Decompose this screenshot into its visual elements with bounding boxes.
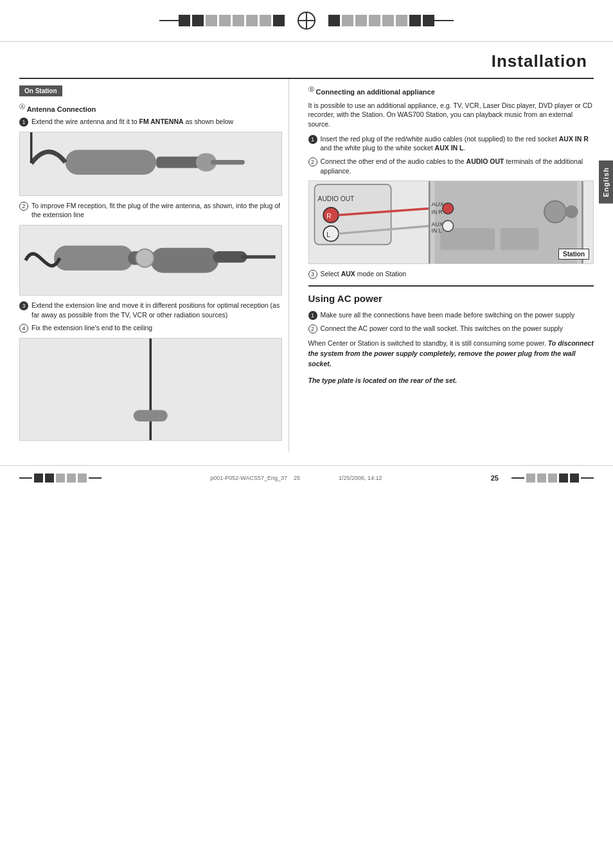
item-number-1: 1: [19, 118, 28, 127]
svg-text:IN L: IN L: [431, 227, 441, 234]
antenna-image: [19, 132, 282, 196]
subsection-a-label: Ⓐ Antenna Connection: [19, 103, 282, 113]
ac-item-text-1: Make sure all the connections have been …: [321, 310, 594, 320]
bar-sq: [409, 15, 421, 26]
page-title: Installation: [19, 42, 594, 78]
item-number-3: 3: [19, 301, 28, 310]
ac-type-plate: The type plate is located on the rear of…: [308, 376, 594, 385]
item-text-2: To improve FM reception, fit the plug of…: [31, 201, 282, 220]
svg-rect-1: [156, 157, 202, 168]
svg-rect-15: [134, 410, 168, 421]
bar-sq: [570, 474, 579, 483]
bar-sq: [206, 15, 217, 26]
bar-sq: [192, 15, 204, 26]
bar-sq: [396, 15, 407, 26]
svg-rect-0: [66, 150, 156, 175]
ceiling-svg: [20, 338, 281, 441]
left-item-2: 2 To improve FM reception, fit the plug …: [19, 201, 282, 220]
item-text-b1: Insert the red plug of the red/white aud…: [321, 134, 594, 153]
ac-item-2: 2 Connect the AC power cord to the wall …: [308, 324, 594, 333]
section-header: On Station: [19, 85, 62, 96]
footer-left-text: p001-P052-WACS57_Eng_37 25 1/25/2006, 14…: [210, 475, 382, 481]
item-text-b3: Select AUX mode on Station: [321, 269, 594, 279]
svg-text:AUX: AUX: [431, 221, 443, 227]
svg-text:IN R: IN R: [431, 209, 442, 215]
ac-power-section: Using AC power 1 Make sure all the conne…: [308, 285, 594, 385]
ac-item-number-1: 1: [308, 311, 317, 320]
item-number-2: 2: [19, 202, 28, 211]
ac-standby-note: When Center or Station is switched to st…: [308, 339, 594, 369]
bar-sq: [67, 474, 76, 483]
item-text-b2: Connect the other end of the audio cable…: [321, 157, 594, 175]
bar-sq: [78, 474, 87, 483]
bottom-bar-right: [511, 474, 594, 483]
bar-sq: [34, 474, 43, 483]
bar-sq: [56, 474, 65, 483]
bar-line-right: [434, 20, 454, 21]
bar-sq: [559, 474, 568, 483]
item-number-b1: 1: [308, 135, 317, 144]
svg-text:L: L: [326, 231, 330, 238]
bar-sq: [548, 474, 557, 483]
bar-sq: [328, 15, 340, 26]
svg-point-34: [442, 203, 453, 214]
bar-line: [581, 477, 594, 479]
bar-sq: [246, 15, 258, 26]
bar-line-left: [159, 20, 179, 21]
subsection-b-intro: It is possible to use an additional appl…: [308, 101, 594, 129]
ceiling-image: [19, 338, 282, 441]
svg-point-37: [442, 220, 453, 231]
svg-rect-6: [54, 245, 134, 270]
bar-sq: [537, 474, 546, 483]
svg-point-30: [544, 200, 565, 222]
svg-point-11: [136, 249, 154, 267]
antenna-svg: [20, 132, 281, 196]
svg-rect-3: [211, 160, 245, 164]
bar-sq: [423, 15, 434, 26]
bar-sq: [369, 15, 380, 26]
svg-text:R: R: [326, 213, 331, 220]
bar-squares: [526, 474, 579, 483]
right-item-b3: 3 Select AUX mode on Station: [308, 269, 594, 279]
item-number-b3: 3: [308, 270, 317, 279]
bar-sq: [233, 15, 244, 26]
bar-line: [511, 477, 524, 479]
page-number: 25: [491, 474, 511, 482]
bar-sq: [382, 15, 394, 26]
bar-sq: [45, 474, 54, 483]
station-label: Station: [558, 249, 589, 260]
ac-item-1: 1 Make sure all the connections have bee…: [308, 310, 594, 320]
extension-svg: [20, 225, 281, 296]
bar-sq: [342, 15, 353, 26]
right-column: Ⓑ Connecting an additional appliance It …: [302, 79, 594, 452]
bottom-bar-left: [19, 474, 102, 483]
ac-item-number-2: 2: [308, 324, 317, 333]
bottom-bar: p001-P052-WACS57_Eng_37 25 1/25/2006, 14…: [0, 465, 613, 490]
svg-rect-8: [150, 248, 218, 273]
subsection-b-label: Ⓑ Connecting an additional appliance: [308, 85, 594, 96]
bar-sq: [273, 15, 285, 26]
bar-sq: [355, 15, 367, 26]
bar-squares-left: [179, 15, 285, 26]
station-image: AUDIO OUT R L: [308, 181, 594, 264]
crosshair-icon: [298, 12, 315, 30]
bar-sq: [260, 15, 271, 26]
item-number-4: 4: [19, 324, 28, 333]
bar-sq: [526, 474, 535, 483]
svg-rect-29: [500, 228, 538, 250]
extension-image: [19, 225, 282, 296]
left-item-1: 1 Extend the wire antenna and fit it to …: [19, 117, 282, 127]
left-column: On Station Ⓐ Antenna Connection 1 Extend…: [19, 79, 289, 452]
left-item-3: 3 Extend the extension line and move it …: [19, 301, 282, 319]
right-item-b1: 1 Insert the red plug of the red/white a…: [308, 134, 594, 153]
item-number-b2: 2: [308, 157, 317, 166]
station-svg: AUDIO OUT R L: [309, 181, 593, 264]
main-content: On Station Ⓐ Antenna Connection 1 Extend…: [19, 78, 594, 452]
ac-item-text-2: Connect the AC power cord to the wall so…: [321, 324, 594, 333]
item-text-1: Extend the wire antenna and fit it to FM…: [31, 117, 282, 127]
bar-squares-right: [328, 15, 434, 26]
bar-line: [19, 477, 32, 479]
svg-point-31: [565, 205, 578, 218]
bar-line: [89, 477, 102, 479]
footer-center: p001-P052-WACS57_Eng_37 25 1/25/2006, 14…: [102, 475, 491, 481]
